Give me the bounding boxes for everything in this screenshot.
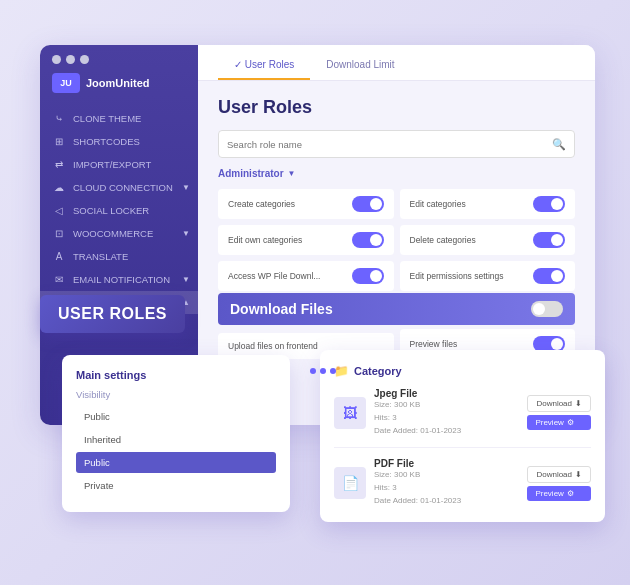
jpeg-file-size: Size: 300 KB (374, 399, 519, 412)
role-selector[interactable]: Administrator ▼ (218, 168, 575, 179)
file-item-jpeg: 🖼 Jpeg File Size: 300 KB Hits: 3 Date Ad… (334, 388, 591, 448)
sidebar-item-clone-theme[interactable]: ⤷ CLONE THEME (40, 107, 198, 130)
toggle-edit-categories[interactable] (533, 196, 565, 212)
pdf-file-date: Date Added: 01-01-2023 (374, 495, 519, 508)
search-icon: 🔍 (552, 138, 566, 151)
file-info-pdf: PDF File Size: 300 KB Hits: 3 Date Added… (374, 458, 519, 507)
pdf-preview-button[interactable]: Preview ⚙ (527, 486, 591, 501)
download-files-label: Download Files (230, 301, 333, 317)
logo-area: JU JoomUnited (40, 73, 198, 107)
cloud-icon: ☁ (52, 182, 66, 193)
translate-icon: A (52, 251, 66, 262)
import-export-icon: ⇄ (52, 159, 66, 170)
page-title: User Roles (218, 97, 575, 118)
perm-access-wp-file: Access WP File Downl... (218, 261, 394, 291)
search-input[interactable] (227, 139, 546, 150)
email-icon: ✉ (52, 274, 66, 285)
pdf-download-icon: ⬇ (575, 470, 582, 479)
category-header: 📁 Category (334, 364, 591, 378)
category-panel: 📁 Category 🖼 Jpeg File Size: 300 KB Hits… (320, 350, 605, 522)
logo-icon: JU (52, 73, 80, 93)
pdf-file-actions: Download ⬇ Preview ⚙ (527, 466, 591, 501)
visibility-option-private[interactable]: Private (76, 475, 276, 496)
download-icon: ⬇ (575, 399, 582, 408)
woo-chevron-icon: ▼ (182, 229, 190, 238)
toggle-download-files[interactable] (531, 301, 563, 317)
email-chevron-icon: ▼ (182, 275, 190, 284)
shortcodes-icon: ⊞ (52, 136, 66, 147)
sidebar-item-import-export[interactable]: ⇄ IMPORT/EXPORT (40, 153, 198, 176)
category-title: Category (354, 365, 402, 377)
jpeg-file-date: Date Added: 01-01-2023 (374, 425, 519, 438)
toggle-create-categories[interactable] (352, 196, 384, 212)
pdf-file-size: Size: 300 KB (374, 469, 519, 482)
jpeg-download-button[interactable]: Download ⬇ (527, 395, 591, 412)
pdf-file-hits: Hits: 3 (374, 482, 519, 495)
dot-indicator-2 (320, 368, 326, 374)
toggle-edit-own-categories[interactable] (352, 232, 384, 248)
role-chevron-icon: ▼ (288, 169, 296, 178)
social-locker-icon: ◁ (52, 205, 66, 216)
sidebar-item-translate[interactable]: A TRANSLATE (40, 245, 198, 268)
permissions-grid: Create categories Edit categories Edit o… (218, 189, 575, 291)
main-settings-title: Main settings (76, 369, 276, 381)
perm-create-categories: Create categories (218, 189, 394, 219)
visibility-option-public-1[interactable]: Public (76, 406, 276, 427)
jpeg-preview-button[interactable]: Preview ⚙ (527, 415, 591, 430)
tab-user-roles[interactable]: ✓ User Roles (218, 51, 310, 80)
sidebar-item-shortcodes[interactable]: ⊞ SHORTCODES (40, 130, 198, 153)
clone-theme-icon: ⤷ (52, 113, 66, 124)
jpeg-file-name: Jpeg File (374, 388, 519, 399)
download-files-row: Download Files (218, 293, 575, 325)
toggle-delete-categories[interactable] (533, 232, 565, 248)
user-roles-badge: USER ROLES (40, 295, 185, 333)
jpeg-file-thumb: 🖼 (334, 397, 366, 429)
perm-delete-categories: Delete categories (400, 225, 576, 255)
sidebar-item-woocommerce[interactable]: ⊡ WOOCOMMERCE ▼ (40, 222, 198, 245)
file-info-jpeg: Jpeg File Size: 300 KB Hits: 3 Date Adde… (374, 388, 519, 437)
tabs-bar: ✓ User Roles Download Limit (198, 45, 595, 81)
perm-edit-categories: Edit categories (400, 189, 576, 219)
woo-icon: ⊡ (52, 228, 66, 239)
sidebar-item-email-notification[interactable]: ✉ EMAIL NOTIFICATION ▼ (40, 268, 198, 291)
dots-indicator (310, 368, 336, 374)
window-controls (52, 55, 89, 64)
toggle-edit-permissions[interactable] (533, 268, 565, 284)
main-settings-panel: Main settings Visibility Public Inherite… (62, 355, 290, 512)
toggle-access-wp-file[interactable] (352, 268, 384, 284)
jpeg-file-actions: Download ⬇ Preview ⚙ (527, 395, 591, 430)
settings-icon: ⚙ (567, 418, 574, 427)
dot-green (80, 55, 89, 64)
logo-text: JoomUnited (86, 77, 150, 89)
tab-download-limit[interactable]: Download Limit (310, 51, 410, 80)
dot-yellow (66, 55, 75, 64)
dot-indicator-3 (330, 368, 336, 374)
sidebar-item-cloud-connection[interactable]: ☁ CLOUD CONNECTION ▼ (40, 176, 198, 199)
pdf-file-name: PDF File (374, 458, 519, 469)
folder-icon: 📁 (334, 364, 349, 378)
visibility-label: Visibility (76, 389, 276, 400)
visibility-option-inherited[interactable]: Inherited (76, 429, 276, 450)
pdf-file-thumb: 📄 (334, 467, 366, 499)
jpeg-file-hits: Hits: 3 (374, 412, 519, 425)
visibility-option-public-selected[interactable]: Public (76, 452, 276, 473)
pdf-settings-icon: ⚙ (567, 489, 574, 498)
dot-indicator-1 (310, 368, 316, 374)
sidebar-item-social-locker[interactable]: ◁ SOCIAL LOCKER (40, 199, 198, 222)
file-item-pdf: 📄 PDF File Size: 300 KB Hits: 3 Date Add… (334, 458, 591, 507)
pdf-download-button[interactable]: Download ⬇ (527, 466, 591, 483)
search-bar: 🔍 (218, 130, 575, 158)
perm-edit-permissions: Edit permissions settings (400, 261, 576, 291)
perm-edit-own-categories: Edit own categories (218, 225, 394, 255)
chevron-right-icon: ▼ (182, 183, 190, 192)
dot-red (52, 55, 61, 64)
